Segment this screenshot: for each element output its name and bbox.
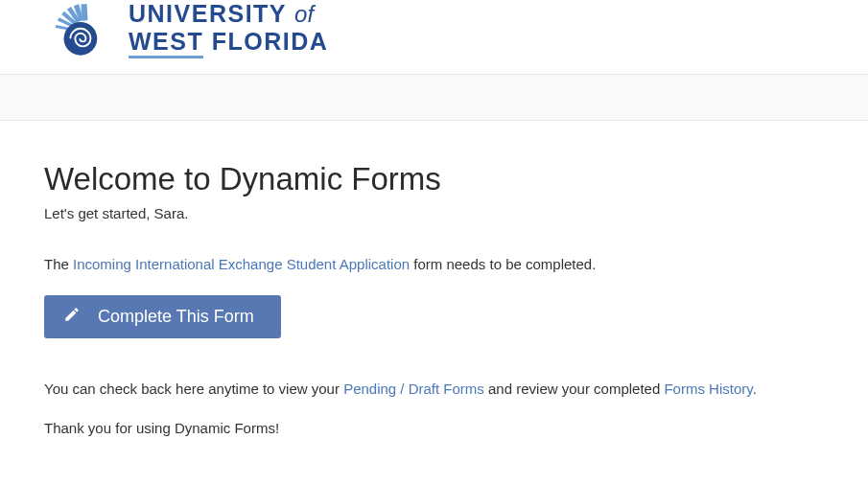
forms-history-link[interactable]: Forms History xyxy=(664,381,752,397)
logo-line-2: WEST FLORIDA xyxy=(129,30,328,58)
logo-line-1: UNIVERSITY of xyxy=(129,2,328,26)
form-name-link[interactable]: Incoming International Exchange Student … xyxy=(73,256,410,272)
logo: UNIVERSITY of WEST FLORIDA xyxy=(54,0,868,59)
main-content: Welcome to Dynamic Forms Let's get start… xyxy=(0,121,868,474)
header: UNIVERSITY of WEST FLORIDA xyxy=(0,0,868,75)
thanks-line: Thank you for using Dynamic Forms! xyxy=(44,420,824,436)
page-title: Welcome to Dynamic Forms xyxy=(44,161,824,197)
form-needed-line: The Incoming International Exchange Stud… xyxy=(44,256,824,272)
complete-form-label: Complete This Form xyxy=(98,307,254,327)
pending-forms-link[interactable]: Pending / Draft Forms xyxy=(343,381,484,397)
logo-text: UNIVERSITY of WEST FLORIDA xyxy=(129,2,328,58)
info-line: You can check back here anytime to view … xyxy=(44,381,824,397)
complete-form-button[interactable]: Complete This Form xyxy=(44,295,281,338)
subheader-bar xyxy=(0,75,868,121)
pencil-icon xyxy=(63,306,81,328)
greeting: Let's get started, Sara. xyxy=(44,205,824,221)
nautilus-logo-icon xyxy=(54,0,113,59)
